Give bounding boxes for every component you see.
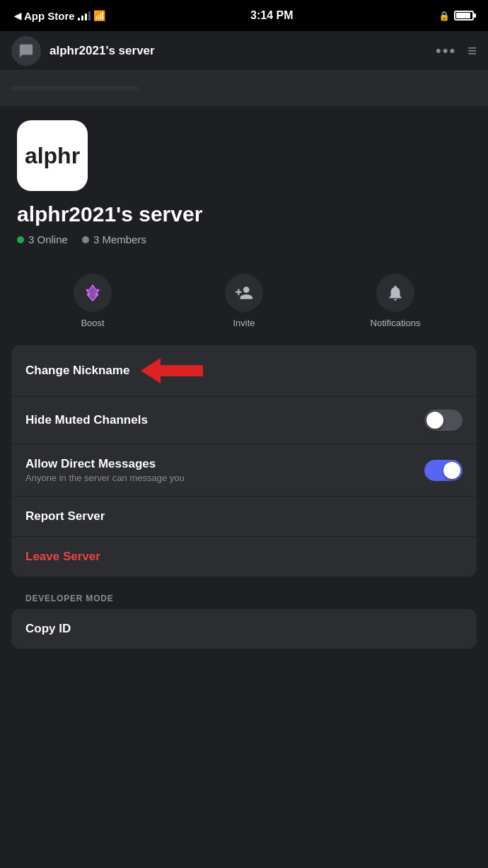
online-stat: 3 Online: [17, 233, 68, 245]
allow-dm-left: Allow Direct Messages Anyone in the serv…: [25, 457, 424, 483]
hide-muted-left: Hide Muted Channels: [25, 413, 424, 427]
channel-peek-bar: [11, 86, 139, 91]
invite-button[interactable]: Invite: [216, 274, 272, 328]
top-nav: alphr2021's server ••• ≡: [0, 31, 488, 71]
carrier-signal: ◀ App Store 📶: [14, 10, 105, 22]
change-nickname-row[interactable]: Change Nickname: [11, 345, 477, 397]
members-dot: [82, 236, 89, 243]
members-count: 3 Members: [93, 233, 146, 245]
allow-dm-toggle[interactable]: [424, 460, 463, 481]
lock-icon: 🔒: [438, 11, 450, 21]
hide-muted-row[interactable]: Hide Muted Channels: [11, 397, 477, 444]
boost-icon-circle: [74, 274, 112, 312]
toggle-knob-hide-muted: [426, 412, 443, 429]
nav-more-button[interactable]: •••: [436, 42, 456, 60]
boost-icon: [83, 284, 102, 302]
notifications-button[interactable]: Notifications: [367, 274, 424, 328]
allow-dm-label: Allow Direct Messages: [25, 457, 424, 471]
signal-bar-1: [78, 18, 80, 21]
settings-section: Change Nickname Hide Muted Channels Allo…: [0, 345, 488, 677]
server-nav-icon[interactable]: [11, 36, 41, 66]
change-nickname-label: Change Nickname: [25, 364, 129, 378]
chat-bubble-icon: [18, 43, 34, 59]
main-settings-card: Change Nickname Hide Muted Channels Allo…: [11, 345, 477, 577]
signal-bar-2: [81, 16, 83, 21]
signal-bars: [78, 11, 91, 21]
server-name-title: alphr2021's server: [17, 202, 471, 226]
nav-server-name: alphr2021's server: [50, 44, 436, 58]
server-info-section: alphr alphr2021's server 3 Online 3 Memb…: [0, 106, 488, 262]
carrier-name: App Store: [24, 10, 75, 22]
invite-icon-circle: [225, 274, 263, 312]
nav-menu-button[interactable]: ≡: [467, 42, 477, 60]
boost-label: Boost: [81, 318, 104, 328]
hide-muted-label: Hide Muted Channels: [25, 413, 148, 427]
back-arrow: ◀: [14, 11, 21, 21]
allow-dm-row[interactable]: Allow Direct Messages Anyone in the serv…: [11, 444, 477, 497]
battery-icon: [454, 11, 474, 21]
bell-icon: [386, 284, 405, 302]
report-server-row[interactable]: Report Server: [11, 497, 477, 537]
invite-label: Invite: [233, 318, 255, 328]
online-count: 3 Online: [28, 233, 68, 245]
developer-settings-card: Copy ID: [11, 609, 477, 649]
status-bar: ◀ App Store 📶 3:14 PM 🔒: [0, 0, 488, 31]
signal-bar-3: [85, 13, 87, 21]
developer-mode-section-label: DEVELOPER MODE: [11, 594, 477, 609]
server-stats: 3 Online 3 Members: [17, 233, 471, 245]
copy-id-row[interactable]: Copy ID: [11, 609, 477, 649]
action-buttons-row: Boost Invite Notifications: [0, 262, 488, 345]
arrow-head: [141, 358, 161, 383]
toggle-knob-allow-dm: [443, 462, 460, 479]
members-stat: 3 Members: [82, 233, 146, 245]
server-logo: alphr: [17, 120, 88, 191]
boost-button[interactable]: Boost: [64, 274, 121, 328]
signal-bar-4: [88, 11, 91, 21]
notifications-label: Notifications: [371, 318, 421, 328]
status-right: 🔒: [438, 11, 474, 21]
nickname-row-content: Change Nickname: [25, 358, 203, 383]
server-logo-text: alphr: [25, 143, 80, 169]
invite-icon: [235, 284, 253, 302]
wifi-icon: 📶: [93, 10, 105, 21]
notifications-icon-circle: [376, 274, 414, 312]
red-arrow-annotation: [141, 358, 203, 383]
leave-server-label: Leave Server: [25, 550, 100, 564]
report-server-label: Report Server: [25, 509, 105, 523]
channels-peek: [0, 71, 488, 106]
hide-muted-toggle[interactable]: [424, 410, 463, 431]
leave-server-row[interactable]: Leave Server: [11, 537, 477, 577]
arrow-body: [161, 365, 203, 376]
allow-dm-sublabel: Anyone in the server can message you: [25, 473, 424, 483]
copy-id-label: Copy ID: [25, 622, 71, 636]
online-dot: [17, 236, 24, 243]
status-time: 3:14 PM: [250, 9, 293, 22]
battery-fill: [456, 13, 470, 18]
